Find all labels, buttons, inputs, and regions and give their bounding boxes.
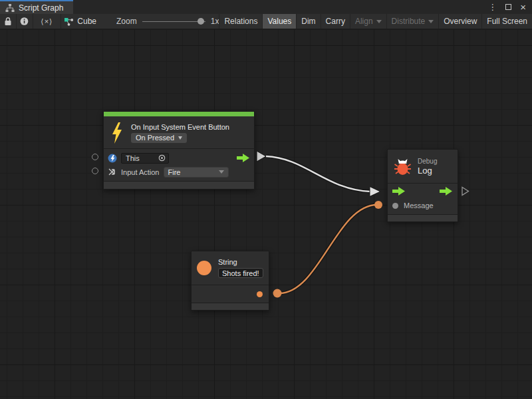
graph-toolbar: ⟨×⟩ Cube Zoom 1x Relations Values Dim Ca… xyxy=(0,14,532,29)
debug-node-title: Log xyxy=(418,166,437,176)
debug-message-row: Message xyxy=(388,198,458,213)
node-debug-log[interactable]: Debug Log Message xyxy=(387,149,458,222)
gameobject-icon xyxy=(108,154,117,163)
object-picker-icon[interactable] xyxy=(158,154,166,162)
breadcrumb-label: Cube xyxy=(77,17,96,26)
values-button[interactable]: Values xyxy=(263,14,296,29)
overview-button[interactable]: Overview xyxy=(439,14,481,29)
input-action-dropdown[interactable]: Fire xyxy=(164,167,229,178)
tab-bar: Script Graph ⋮ × xyxy=(0,0,532,14)
chevron-down-icon xyxy=(219,170,224,174)
zoom-slider[interactable] xyxy=(142,18,205,25)
align-dropdown[interactable]: Align xyxy=(350,14,386,29)
flow-input-port[interactable] xyxy=(392,187,406,196)
distribute-dropdown[interactable]: Distribute xyxy=(387,14,439,29)
chevron-down-icon xyxy=(178,136,182,140)
debug-node-header: Debug Log xyxy=(388,150,458,183)
wire-event-to-log[interactable] xyxy=(266,156,370,192)
wire-arrowhead xyxy=(370,187,380,197)
message-label: Message xyxy=(404,201,434,209)
string-node-body xyxy=(192,285,269,303)
node-string-literal[interactable]: String Shots fired! xyxy=(191,251,269,311)
toolbar-right-buttons: Relations Values Dim Carry Align Distrib… xyxy=(219,14,532,29)
distribute-label: Distribute xyxy=(392,17,426,26)
debug-flow-row xyxy=(388,184,458,198)
graph-network-icon xyxy=(65,17,74,26)
input-action-value: Fire xyxy=(168,168,181,176)
close-button[interactable]: × xyxy=(520,2,526,12)
event-action-port[interactable] xyxy=(92,168,98,174)
window-controls: ⋮ × xyxy=(488,0,532,14)
event-action-row: Input Action Fire xyxy=(104,165,254,179)
debug-node-footer xyxy=(388,214,458,221)
zoom-control: Zoom 1x xyxy=(116,14,219,29)
window-menu-button[interactable]: ⋮ xyxy=(488,3,497,11)
flow-output-port[interactable] xyxy=(440,187,453,196)
zoom-slider-handle[interactable] xyxy=(198,18,204,25)
graph-hierarchy-icon xyxy=(5,4,15,12)
event-type-label: On Pressed xyxy=(136,134,174,142)
zoom-label: Zoom xyxy=(116,17,137,26)
zoom-value: 1x xyxy=(211,17,219,26)
chevron-down-icon xyxy=(428,20,434,23)
event-accent-bar xyxy=(104,112,254,116)
graph-breadcrumb[interactable]: Cube xyxy=(61,14,102,29)
info-button[interactable] xyxy=(16,14,33,29)
event-node-body: This Input Action xyxy=(104,149,254,179)
wire-endpoint-dot xyxy=(273,289,282,298)
wire-endpoint-dot xyxy=(374,201,382,209)
this-field-value: This xyxy=(126,154,140,162)
string-value-input[interactable]: Shots fired! xyxy=(218,268,263,278)
tab-title: Script Graph xyxy=(19,3,63,13)
string-output-port[interactable] xyxy=(257,291,263,297)
event-node-title: On Input System Event Button xyxy=(131,123,229,131)
wire-start-cap xyxy=(257,151,266,162)
lock-icon xyxy=(4,17,12,26)
flow-output-hollow-triangle xyxy=(462,188,469,196)
align-label: Align xyxy=(355,17,373,26)
graph-canvas[interactable]: On Input System Event Button On Pressed … xyxy=(0,29,532,399)
string-type-icon xyxy=(197,261,211,275)
string-value-text: Shots fired! xyxy=(222,269,259,277)
bug-icon xyxy=(394,157,412,176)
dim-button[interactable]: Dim xyxy=(297,14,320,29)
this-field[interactable]: This xyxy=(121,153,169,164)
input-action-icon xyxy=(108,168,117,176)
event-node-footer xyxy=(104,181,254,189)
maximize-button[interactable] xyxy=(505,4,511,10)
info-icon xyxy=(20,17,29,26)
code-view-button[interactable]: ⟨×⟩ xyxy=(33,14,61,29)
tab-script-graph[interactable]: Script Graph xyxy=(0,0,73,14)
event-type-dropdown[interactable]: On Pressed xyxy=(131,133,187,143)
string-node-title: String xyxy=(218,258,263,266)
wire-string-to-message[interactable] xyxy=(279,205,377,293)
lightning-icon xyxy=(110,122,124,144)
event-this-row: This xyxy=(104,151,254,165)
carry-button[interactable]: Carry xyxy=(321,14,350,29)
chevron-down-icon xyxy=(376,20,382,23)
event-node-header: On Input System Event Button On Pressed xyxy=(104,116,254,148)
node-on-input-system-event-button[interactable]: On Input System Event Button On Pressed … xyxy=(103,111,255,190)
flow-output-port[interactable] xyxy=(237,154,250,162)
zoom-slider-track xyxy=(142,21,205,23)
input-action-label: Input Action xyxy=(121,168,160,176)
full-screen-button[interactable]: Full Screen xyxy=(482,14,532,29)
message-input-port[interactable] xyxy=(392,203,398,209)
event-this-port[interactable] xyxy=(92,154,98,160)
string-node-header: String Shots fired! xyxy=(192,251,269,285)
debug-node-category: Debug xyxy=(418,158,437,165)
string-node-footer xyxy=(192,303,269,310)
relations-button[interactable]: Relations xyxy=(219,14,262,29)
lock-button[interactable] xyxy=(0,14,16,29)
